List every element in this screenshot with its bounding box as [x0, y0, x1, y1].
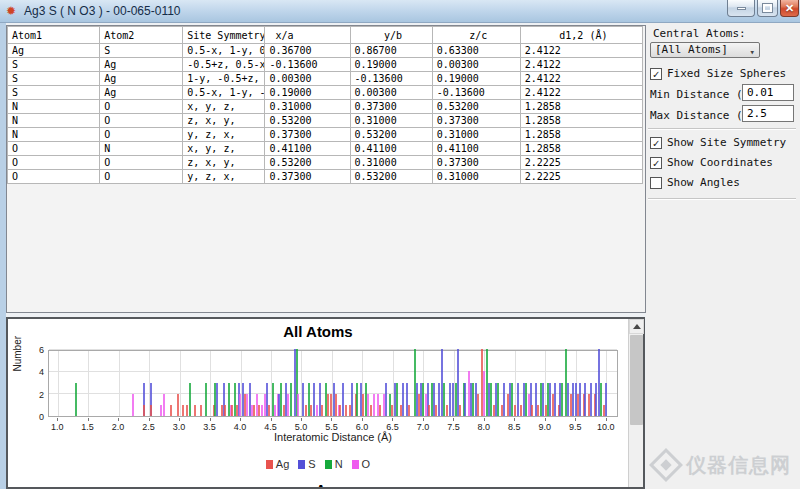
histogram-bar-Ag [143, 405, 145, 416]
table-cell: 0.53200 [265, 156, 350, 170]
show-angles-label: Show Angles [667, 176, 740, 189]
histogram-bar-Ag [531, 405, 533, 416]
x-tick [271, 418, 272, 421]
histogram-bar-Ag [321, 405, 323, 416]
table-row[interactable]: OOz, x, y,0.532000.310000.373002.2225 [8, 156, 643, 170]
table-row[interactable]: OOy, z, x,0.373000.532000.310002.2225 [8, 170, 643, 184]
scrollbar-thumb[interactable] [630, 335, 643, 425]
histogram-bar-Ag [170, 405, 172, 416]
table-cell: 2.2225 [520, 156, 642, 170]
histogram-bar-O [287, 394, 289, 416]
distance-table[interactable]: Atom1Atom2Site Symmetryx/ay/bz/cd1,2 (Å)… [7, 26, 643, 184]
gridline [180, 351, 181, 416]
legend-swatch [266, 460, 273, 469]
table-cell: -0.13600 [432, 86, 520, 100]
histogram-bar-O [274, 405, 276, 416]
table-cell: N [8, 114, 100, 128]
min-distance-input[interactable] [742, 84, 794, 101]
y-axis-label: Number [12, 358, 23, 372]
histogram-bar-Ag [194, 405, 196, 416]
histogram-bar-Ag [177, 394, 179, 416]
app-icon: ✹ [6, 5, 19, 18]
table-row[interactable]: SAg-0.5+z, 0.5-x...-0.136000.190000.0030… [8, 58, 643, 72]
histogram-bar-O [239, 394, 241, 416]
x-tick [240, 418, 241, 421]
histogram-bar-Ag [186, 405, 188, 416]
histogram-bar-Ag [268, 405, 270, 416]
divider [648, 198, 796, 200]
histogram-bar-S [584, 383, 586, 417]
chart-scrollbar[interactable] [628, 319, 643, 487]
maximize-icon [763, 4, 772, 12]
histogram-bar-N [205, 383, 207, 417]
scroll-up-button[interactable] [629, 319, 644, 334]
legend-label: S [308, 458, 315, 470]
column-header[interactable]: Site Symmetry [183, 27, 265, 44]
histogram-bar-Ag [362, 394, 364, 416]
distance-table-panel: Atom1Atom2Site Symmetryx/ay/bz/cd1,2 (Å)… [6, 25, 646, 313]
checkbox-icon: ✓ [650, 68, 662, 80]
column-header[interactable]: d1,2 (Å) [520, 27, 642, 44]
histogram-bar-Ag [408, 405, 410, 416]
central-atoms-dropdown[interactable]: [All Atoms] ▾ [650, 42, 760, 58]
table-row[interactable]: NOz, x, y,0.532000.310000.373001.2858 [8, 114, 643, 128]
table-cell: O [100, 170, 183, 184]
table-cell: 0.31000 [265, 100, 350, 114]
legend-item: N [325, 458, 343, 470]
histogram-bar-S [554, 383, 556, 417]
show-site-symmetry-checkbox[interactable]: ✓ Show Site Symmetry [650, 136, 786, 149]
histogram-bar-O [483, 371, 485, 416]
column-header[interactable]: Atom1 [8, 27, 100, 44]
table-cell: 0.41100 [432, 142, 520, 156]
histogram-bar-Ag [345, 405, 347, 416]
histogram-bar-S [464, 383, 466, 417]
table-cell: Ag [100, 72, 183, 86]
minimize-button[interactable] [727, 0, 755, 17]
histogram-bar-N [525, 383, 527, 417]
table-cell: 1.2858 [520, 128, 642, 142]
histogram-bar-Ag [435, 405, 437, 416]
maximize-button[interactable] [757, 0, 778, 17]
column-header[interactable]: z/c [432, 27, 520, 44]
histogram-bar-N [472, 383, 474, 417]
legend-label: O [362, 458, 371, 470]
histogram-bar-Ag [339, 405, 341, 416]
legend-item: S [298, 458, 315, 470]
histogram-bar-S [503, 383, 505, 417]
divider [648, 128, 796, 130]
histogram-bar-S [449, 383, 451, 417]
table-cell: O [8, 142, 100, 156]
histogram-bar-O [316, 405, 318, 416]
show-coordinates-checkbox[interactable]: ✓ Show Coordinates [650, 156, 773, 169]
table-cell: O [8, 170, 100, 184]
max-distance-input[interactable] [742, 105, 794, 122]
table-cell: y, z, x, [183, 128, 265, 142]
table-row[interactable]: ONx, y, z,0.411000.411000.411001.2858 [8, 142, 643, 156]
table-cell: 2.4122 [520, 72, 642, 86]
table-row[interactable]: SAg1-y, -0.5+z, ...0.00300-0.136000.1900… [8, 72, 643, 86]
fixed-size-spheres-checkbox[interactable]: ✓ Fixed Size Spheres [650, 67, 786, 80]
table-row[interactable]: NOx, y, z,0.310000.373000.532001.2858 [8, 100, 643, 114]
close-button[interactable]: ✕ [780, 0, 799, 17]
fixed-size-spheres-label: Fixed Size Spheres [667, 67, 786, 80]
table-row[interactable]: NOy, z, x,0.373000.532000.310001.2858 [8, 128, 643, 142]
table-cell: 0.53200 [265, 114, 350, 128]
table-cell: 0.53200 [350, 170, 432, 184]
histogram-bar-S [351, 383, 353, 417]
column-header[interactable]: y/b [350, 27, 432, 44]
table-row[interactable]: AgS0.5-x, 1-y, 0...0.367000.867000.63300… [8, 44, 643, 58]
table-row[interactable]: SAg0.5-x, 1-y, -...0.190000.00300-0.1360… [8, 86, 643, 100]
histogram-bar-O [160, 405, 162, 416]
chart-title: All Atoms [8, 323, 628, 340]
table-cell: 2.4122 [520, 86, 642, 100]
column-header[interactable]: x/a [265, 27, 350, 44]
column-header[interactable]: Atom2 [100, 27, 183, 44]
x-tick [118, 418, 119, 421]
histogram-bar-N [490, 383, 492, 417]
table-cell: 0.37300 [432, 114, 520, 128]
plot-area [48, 350, 618, 417]
table-cell: 0.53200 [350, 128, 432, 142]
x-tick [149, 418, 150, 421]
show-angles-checkbox[interactable]: ✓ Show Angles [650, 176, 740, 189]
x-tick [57, 418, 58, 421]
